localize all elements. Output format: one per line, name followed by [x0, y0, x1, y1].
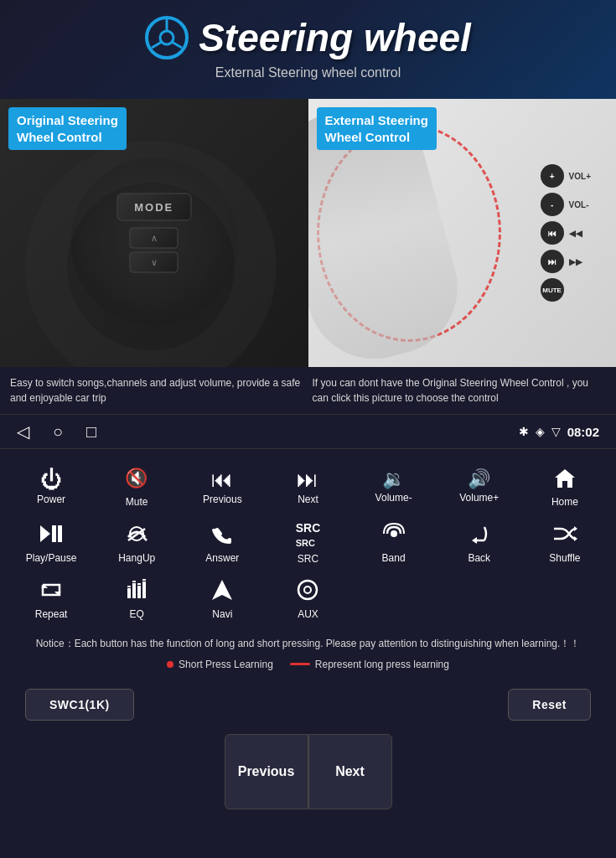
next-button[interactable]: ⏭ Next [265, 457, 350, 513]
shuffle-label: Shuffle [549, 552, 580, 564]
answer-icon [210, 522, 234, 549]
swc-button[interactable]: SWC1(1K) [25, 689, 134, 721]
signal-icon: ▽ [551, 425, 561, 438]
answer-button[interactable]: Answer [179, 513, 265, 570]
play-pause-button[interactable]: Play/Pause [8, 513, 94, 570]
steering-wheel-icon [145, 16, 189, 59]
power-label: Power [37, 494, 65, 505]
nav-icons-left: ◁ ○ □ [17, 421, 96, 442]
aux-icon [296, 578, 319, 605]
repeat-label: Repeat [35, 608, 68, 620]
back-button[interactable]: Back [437, 513, 522, 570]
svg-rect-22 [137, 586, 141, 598]
left-caption: Easy to switch songs,channels and adjust… [10, 375, 304, 406]
band-icon [382, 522, 406, 549]
short-press-label: Short Press Learning [179, 659, 273, 670]
captions-section: Easy to switch songs,channels and adjust… [0, 367, 616, 414]
navi-label: Navi [212, 608, 232, 620]
legend-row: Short Press Learning Represent long pres… [13, 659, 603, 670]
controls-row-2: Play/Pause HangUp Answer SRCSRC [8, 513, 608, 570]
power-button[interactable]: ⏻ Power [8, 457, 94, 513]
prev-next-nav: Previous Next [0, 734, 616, 818]
back-nav-icon[interactable]: ◁ [17, 421, 29, 442]
system-time: 08:02 [567, 425, 599, 439]
home-nav-icon[interactable]: ○ [53, 422, 63, 442]
svg-point-29 [298, 581, 317, 599]
next-icon: ⏭ [297, 468, 318, 490]
hangup-button[interactable]: HangUp [94, 513, 179, 570]
volume-plus-icon: 🔊 [468, 470, 490, 488]
reset-button[interactable]: Reset [508, 689, 591, 721]
next-mock: ⏭ ▶▶ [541, 250, 591, 273]
repeat-button[interactable]: Repeat [8, 570, 94, 625]
navi-icon [210, 578, 234, 605]
vol-minus-mock: - VOL- [541, 193, 591, 216]
play-pause-label: Play/Pause [26, 552, 77, 564]
short-press-dot [167, 661, 173, 668]
original-label: Original SteeringWheel Control [8, 107, 127, 150]
svg-point-1 [160, 31, 173, 44]
left-image-panel[interactable]: Original SteeringWheel Control MODE ∧ ∨ [0, 99, 308, 367]
bluetooth-icon: ✱ [519, 425, 529, 438]
next-page-button[interactable]: Next [308, 734, 392, 809]
svg-marker-17 [574, 536, 577, 541]
svg-rect-20 [127, 588, 131, 598]
android-nav-bar: ◁ ○ □ ✱ ◈ ▽ 08:02 [0, 414, 616, 449]
svg-line-3 [152, 42, 162, 48]
mute-label: Mute [126, 496, 148, 508]
mute-icon: 🔇 [125, 466, 148, 493]
eq-icon [125, 578, 148, 605]
page-subtitle: External Steering wheel control [17, 65, 599, 80]
svg-point-30 [304, 587, 311, 593]
src-icon: SRCSRC [296, 521, 321, 550]
svg-rect-21 [132, 583, 136, 598]
recents-nav-icon[interactable]: □ [86, 422, 96, 442]
previous-page-button[interactable]: Previous [225, 734, 308, 809]
volume-plus-button[interactable]: 🔊 Volume+ [437, 457, 522, 513]
repeat-icon [39, 578, 63, 605]
svg-marker-15 [472, 537, 477, 544]
aux-label: AUX [298, 608, 318, 620]
navi-button[interactable]: Navi [179, 570, 265, 625]
previous-button[interactable]: ⏮ Previous [179, 457, 265, 513]
svg-line-4 [172, 42, 182, 48]
svg-rect-23 [142, 581, 146, 598]
svg-text:🔇: 🔇 [125, 467, 148, 489]
band-button[interactable]: Band [351, 513, 437, 570]
long-press-legend: Represent long press learning [290, 659, 449, 670]
vol-plus-mock: + VOL+ [541, 164, 591, 188]
mute-button[interactable]: 🔇 Mute [94, 457, 179, 513]
mute-mock: MUTE [541, 278, 591, 302]
external-label: External SteeringWheel Control [317, 107, 437, 150]
shuffle-icon [552, 522, 577, 549]
short-press-legend: Short Press Learning [167, 659, 273, 670]
notice-section: Notice：Each button has the function of l… [0, 626, 616, 677]
empty-row3-space [351, 570, 608, 625]
svg-marker-16 [574, 526, 577, 531]
home-icon [553, 466, 577, 493]
volume-minus-button[interactable]: 🔉 Volume- [351, 457, 437, 513]
images-section: Original SteeringWheel Control MODE ∧ ∨ … [0, 99, 616, 367]
volume-plus-label: Volume+ [459, 492, 499, 504]
controls-row-3: Repeat EQ [8, 570, 608, 625]
shuffle-button[interactable]: Shuffle [522, 513, 608, 570]
svg-line-11 [143, 537, 147, 540]
src-button[interactable]: SRCSRC SRC [265, 513, 350, 570]
aux-button[interactable]: AUX [265, 570, 350, 625]
eq-button[interactable]: EQ [94, 570, 179, 625]
long-press-line [290, 663, 310, 665]
home-label: Home [551, 496, 578, 508]
hangup-label: HangUp [118, 552, 155, 564]
header-title-row: Steering wheel [17, 15, 599, 60]
back-icon [468, 522, 491, 549]
svg-rect-10 [58, 525, 62, 542]
svg-marker-28 [212, 580, 232, 600]
previous-icon: ⏮ [211, 468, 233, 490]
right-image-panel[interactable]: External SteeringWheel Control + VOL+ - … [308, 99, 617, 367]
previous-label: Previous [203, 494, 242, 505]
volume-minus-icon: 🔉 [382, 470, 405, 488]
home-button[interactable]: Home [522, 457, 608, 513]
src-label: SRC [298, 553, 318, 565]
right-caption: If you can dont have the Original Steeri… [313, 375, 607, 406]
external-controls-mock: + VOL+ - VOL- ⏮ ◀◀ ⏭ ▶▶ MUTE [541, 164, 591, 302]
